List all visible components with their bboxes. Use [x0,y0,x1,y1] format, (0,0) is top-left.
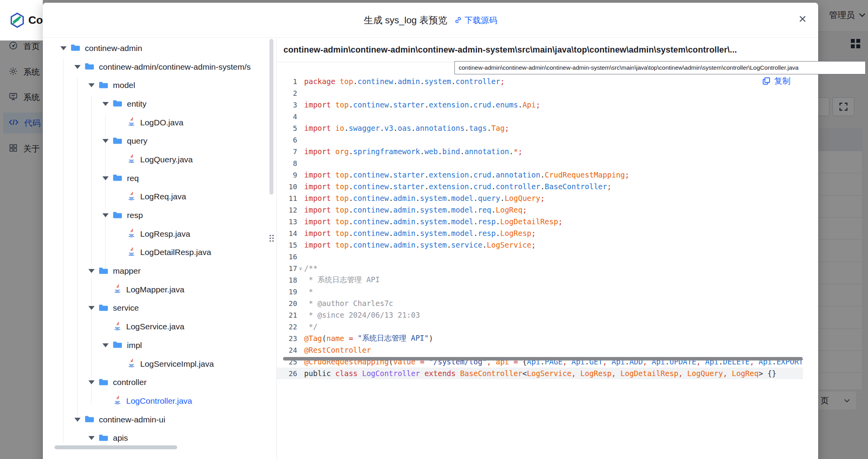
line-number: 21 [277,311,297,319]
app-logo[interactable]: Co [0,0,43,40]
tree-item-apis[interactable]: apis [43,429,276,447]
caret-down-icon[interactable] [102,139,109,143]
code-line-23: 23@Tag(name = "系统日志管理 API") [277,332,803,344]
line-number: 6 [277,136,297,144]
code-line-3: 3import top.continew.starter.extension.c… [277,99,803,111]
caret-down-icon[interactable] [102,343,109,347]
code-token: * @since 2024/06/13 21:03 [304,311,420,319]
caret-down-icon[interactable] [60,46,67,50]
tree-item-query[interactable]: query [43,132,276,150]
tree-item-logcontroller-java[interactable]: LogController.java [43,392,276,410]
caret-down-icon[interactable] [88,436,95,440]
tree-item-logresp-java[interactable]: LogResp.java [43,225,276,243]
code-token: . [491,182,496,191]
tree-item-req[interactable]: req [43,169,276,188]
code-token: Tag [491,124,505,132]
caret-down-icon[interactable] [102,176,109,180]
code-token: . [465,124,469,132]
tree-item-impl[interactable]: impl [43,336,276,355]
caret-down-icon[interactable] [88,306,95,310]
tree-horizontal-scrollbar[interactable] [55,445,177,449]
file-path-tooltip: continew-admin\continew-admin\continew-a… [454,61,866,74]
code-token: bind [442,147,460,156]
line-number: 12 [277,206,297,214]
tree-item-logreq-java[interactable]: LogReq.java [43,188,276,206]
code-line-12: 12import top.continew.admin.system.model… [277,204,803,216]
code-token: admin [393,206,416,214]
code-token: starter [393,171,424,179]
tree-item-model[interactable]: model [43,76,276,95]
java-file-icon [113,396,121,406]
code-token: . [349,171,353,179]
preview-modal: 生成 sys_log 表预览 下载源码 ✕ continew-admincont… [43,3,818,459]
caret-down-icon[interactable] [88,269,95,273]
code-line-22: 22 */ [277,321,803,332]
tree-item-continew-admin[interactable]: continew-admin [43,39,276,58]
code-preview-panel: continew-admin\continew-admin\continew-a… [277,38,818,459]
close-icon[interactable]: ✕ [795,11,810,27]
file-path-bar: continew-admin\continew-admin\continew-a… [277,38,818,62]
tree-item-logservice-java[interactable]: LogService.java [43,317,276,336]
code-token: admin [398,77,420,86]
code-token: io [335,124,344,132]
tree-item-mapper[interactable]: mapper [43,262,276,280]
code-horizontal-scrollbar[interactable] [283,357,803,361]
code-token: . [416,206,420,214]
tree-item-label: LogDO.java [140,118,183,127]
folder-icon [113,99,122,109]
caret-down-icon[interactable] [74,418,81,422]
tree-item-resp[interactable]: resp [43,206,276,225]
tree-item-logmapper-java[interactable]: LogMapper.java [43,280,276,299]
code-token: LogResp [500,229,531,237]
code-token: , [678,369,687,378]
tree-item-continew-admin-continew-admin-system-s[interactable]: continew-admin/continew-admin-system/s [43,58,276,76]
tree-item-label: LogService.java [126,322,184,331]
code-token: . [389,194,393,202]
code-token: . [491,100,496,109]
tree-item-logdo-java[interactable]: LogDO.java [43,113,276,132]
code-token: @RestController [304,346,371,354]
code-token: . [393,124,398,132]
code-token: extension [429,171,469,179]
copy-code-button[interactable]: 复制 [762,76,791,86]
code-token: web [424,147,438,156]
code-token: . [349,100,353,109]
panel-resize-handle[interactable] [269,235,275,242]
caret-down-icon[interactable] [102,213,109,217]
code-block: 1package top.continew.admin.system.contr… [277,63,803,459]
caret-down-icon[interactable] [88,83,95,87]
caret-down-icon[interactable] [74,65,81,69]
logo-text: Co [28,14,43,26]
tree-vertical-scrollbar[interactable] [269,39,273,195]
code-token: . [349,241,353,249]
tree-item-service[interactable]: service [43,299,276,318]
tree-item-logserviceimpl-java[interactable]: LogServiceImpl.java [43,355,276,373]
tree-item-logquery-java[interactable]: LogQuery.java [43,150,276,169]
code-token: system [420,217,447,226]
tree-item-controller[interactable]: controller [43,373,276,392]
code-token: . [518,100,522,109]
code-token: . [500,194,504,202]
code-token: system [420,229,447,237]
code-token: . [540,171,544,179]
download-source-link[interactable]: 下载源码 [454,15,497,26]
tree-item-entity[interactable]: entity [43,95,276,113]
code-token: ( [322,334,326,343]
screen: 管理员 首页系统系统代码关于 页 Co 生成 sys_log 表预览 [0,0,868,459]
code-token: . [424,171,429,179]
code-token: . [491,206,496,214]
code-token: . [496,217,500,226]
tree-item-continew-admin-ui[interactable]: continew-admin-ui [43,410,276,429]
caret-down-icon[interactable] [88,380,95,384]
fold-caret-icon[interactable]: ∨ [297,266,304,271]
tree-item-logdetailresp-java[interactable]: LogDetailResp.java [43,243,276,262]
code-token: . [349,147,353,156]
code-token: * @author Charles7c [304,299,393,308]
caret-down-icon[interactable] [102,102,109,106]
code-token: top [335,229,349,237]
code-token: . [509,147,513,156]
line-number: 19 [277,288,297,296]
code-token: import [304,241,335,249]
code-token: */ [304,322,317,331]
line-number: 2 [277,89,297,97]
